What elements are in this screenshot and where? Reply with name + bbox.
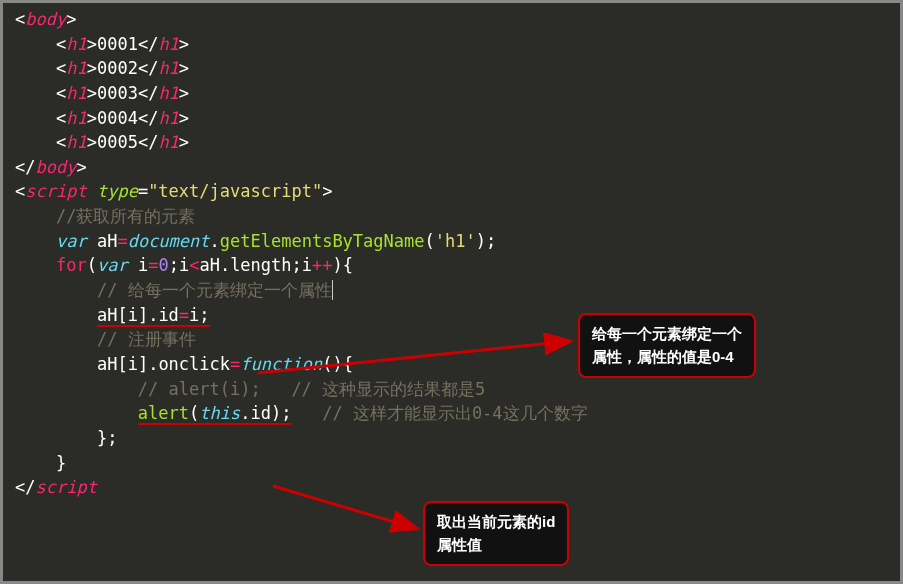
code-line[interactable]: <script type="text/javascript"> xyxy=(5,179,898,204)
code-line[interactable]: //获取所有的元素 xyxy=(5,204,898,229)
code-line[interactable]: // 给每一个元素绑定一个属性 xyxy=(5,278,898,303)
code-line[interactable]: </script xyxy=(5,475,898,500)
code-line[interactable]: <h1>0003</h1> xyxy=(5,81,898,106)
code-line[interactable]: <h1>0005</h1> xyxy=(5,130,898,155)
callout-text: 取出当前元素的id xyxy=(437,511,555,534)
code-line[interactable]: var aH=document.getElementsByTagName('h1… xyxy=(5,229,898,254)
code-line[interactable]: aH[i].id=i; xyxy=(5,303,898,328)
code-line[interactable]: }; xyxy=(5,426,898,451)
code-line[interactable]: for(var i=0;i<aH.length;i++){ xyxy=(5,253,898,278)
code-line[interactable]: // 注册事件 xyxy=(5,327,898,352)
code-line[interactable]: } xyxy=(5,451,898,476)
code-line[interactable]: aH[i].onclick=function(){ xyxy=(5,352,898,377)
callout-text: 属性值 xyxy=(437,534,555,557)
code-line[interactable]: <h1>0001</h1> xyxy=(5,32,898,57)
code-line[interactable]: </body> xyxy=(5,155,898,180)
code-line[interactable]: <h1>0004</h1> xyxy=(5,106,898,131)
callout-text: 属性，属性的值是0-4 xyxy=(592,346,742,369)
code-line[interactable]: <h1>0002</h1> xyxy=(5,56,898,81)
code-line[interactable]: alert(this.id); // 这样才能显示出0-4这几个数字 xyxy=(5,401,898,426)
code-line[interactable]: // alert(i); // 这种显示的结果都是5 xyxy=(5,377,898,402)
callout-text: 给每一个元素绑定一个 xyxy=(592,323,742,346)
annotation-callout: 给每一个元素绑定一个 属性，属性的值是0-4 xyxy=(578,313,756,378)
code-line[interactable]: <body> xyxy=(5,7,898,32)
annotation-callout: 取出当前元素的id 属性值 xyxy=(423,501,569,566)
